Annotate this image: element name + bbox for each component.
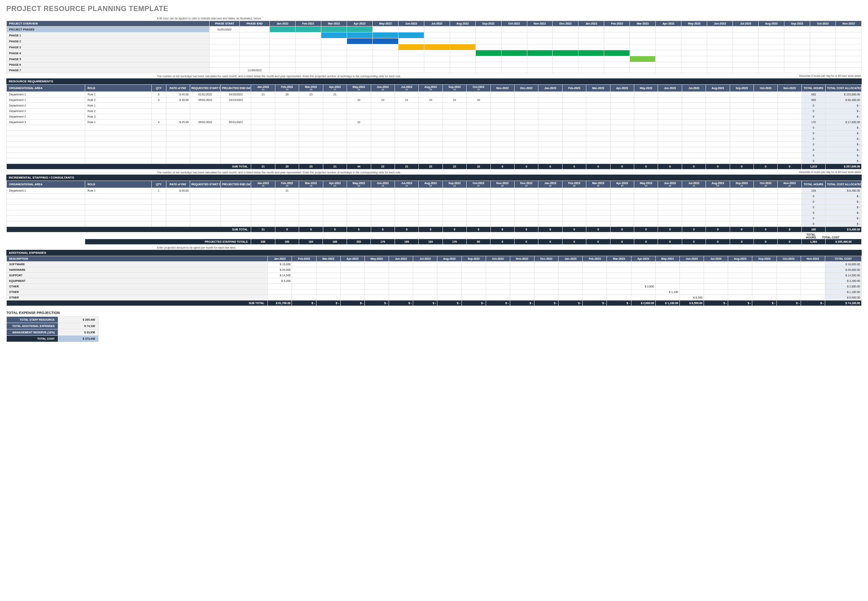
month-cell[interactable] <box>778 103 801 108</box>
expense-month[interactable] <box>704 289 728 295</box>
gantt-cell[interactable] <box>269 44 295 50</box>
gantt-cell[interactable] <box>681 38 707 44</box>
month-cell[interactable] <box>730 108 754 114</box>
month-cell[interactable] <box>371 142 395 147</box>
month-cell[interactable] <box>395 131 418 136</box>
month-cell[interactable] <box>275 194 299 199</box>
month-cell[interactable] <box>682 142 706 147</box>
req-cell[interactable] <box>190 216 221 221</box>
area-cell[interactable]: Department 1 <box>7 92 85 97</box>
gantt-cell[interactable] <box>759 50 784 56</box>
gantt-cell[interactable] <box>269 56 295 62</box>
month-cell[interactable] <box>562 194 586 199</box>
month-cell[interactable] <box>371 125 395 131</box>
month-cell[interactable] <box>538 125 562 131</box>
month-cell[interactable] <box>275 108 299 114</box>
month-cell[interactable] <box>347 142 371 147</box>
month-cell[interactable] <box>299 136 323 142</box>
month-cell[interactable] <box>538 131 562 136</box>
month-cell[interactable] <box>658 188 682 194</box>
gantt-cell[interactable] <box>527 50 553 56</box>
month-cell[interactable] <box>395 92 418 97</box>
month-cell[interactable] <box>562 210 586 216</box>
month-cell[interactable] <box>347 194 371 199</box>
month-cell[interactable] <box>754 158 778 164</box>
month-cell[interactable] <box>251 221 275 227</box>
gantt-cell[interactable] <box>527 44 553 50</box>
area-cell[interactable] <box>7 210 85 216</box>
month-cell[interactable] <box>419 221 443 227</box>
gantt-cell[interactable] <box>398 32 424 38</box>
month-cell[interactable] <box>419 120 443 125</box>
month-cell[interactable] <box>490 125 514 131</box>
gantt-cell[interactable] <box>733 68 759 73</box>
month-cell[interactable] <box>778 153 801 158</box>
month-cell[interactable] <box>419 108 443 114</box>
gantt-cell[interactable] <box>347 27 372 32</box>
month-cell[interactable] <box>754 131 778 136</box>
month-cell[interactable] <box>586 125 610 131</box>
month-cell[interactable] <box>443 131 466 136</box>
role-cell[interactable] <box>85 216 152 221</box>
month-cell[interactable]: 22 <box>347 120 371 125</box>
month-cell[interactable] <box>395 120 418 125</box>
month-cell[interactable] <box>658 216 682 221</box>
month-cell[interactable] <box>682 125 706 131</box>
month-cell[interactable]: 21 <box>275 188 299 194</box>
gantt-cell[interactable] <box>578 62 604 68</box>
end-cell[interactable] <box>221 205 251 210</box>
expense-month[interactable] <box>583 278 607 284</box>
month-cell[interactable] <box>538 136 562 142</box>
month-cell[interactable] <box>419 142 443 147</box>
gantt-cell[interactable] <box>707 32 733 38</box>
gantt-cell[interactable] <box>707 56 733 62</box>
month-cell[interactable] <box>754 136 778 142</box>
month-cell[interactable] <box>586 147 610 153</box>
month-cell[interactable] <box>538 158 562 164</box>
expense-month[interactable] <box>583 273 607 278</box>
expense-month[interactable] <box>486 289 510 295</box>
gantt-cell[interactable] <box>707 44 733 50</box>
month-cell[interactable] <box>754 147 778 153</box>
expense-month[interactable] <box>437 262 462 267</box>
gantt-cell[interactable] <box>424 44 450 50</box>
gantt-cell[interactable] <box>450 32 475 38</box>
month-cell[interactable] <box>490 120 514 125</box>
gantt-cell[interactable] <box>475 38 501 44</box>
gantt-cell[interactable] <box>321 68 347 73</box>
gantt-cell[interactable] <box>553 56 578 62</box>
gantt-cell[interactable] <box>707 50 733 56</box>
month-cell[interactable] <box>299 142 323 147</box>
expense-month[interactable] <box>534 278 559 284</box>
month-cell[interactable] <box>658 147 682 153</box>
role-cell[interactable]: Role 1 <box>85 92 152 97</box>
month-cell[interactable]: 21 <box>323 92 347 97</box>
expense-month[interactable] <box>340 295 364 300</box>
gantt-cell[interactable] <box>501 62 527 68</box>
gantt-cell[interactable] <box>759 56 784 62</box>
gantt-cell[interactable] <box>372 50 398 56</box>
area-cell[interactable] <box>7 136 85 142</box>
month-cell[interactable] <box>323 131 347 136</box>
role-cell[interactable] <box>85 125 152 131</box>
expense-month[interactable] <box>679 262 704 267</box>
req-cell[interactable] <box>190 158 221 164</box>
area-cell[interactable] <box>7 131 85 136</box>
expense-month[interactable] <box>679 289 704 295</box>
gantt-cell[interactable] <box>475 50 501 56</box>
gantt-cell[interactable] <box>578 27 604 32</box>
month-cell[interactable] <box>730 205 754 210</box>
month-cell[interactable] <box>443 221 466 227</box>
month-cell[interactable] <box>778 221 801 227</box>
month-cell[interactable] <box>754 153 778 158</box>
month-cell[interactable] <box>610 158 634 164</box>
expense-month[interactable] <box>631 278 655 284</box>
expense-month[interactable] <box>486 267 510 273</box>
month-cell[interactable] <box>251 125 275 131</box>
month-cell[interactable] <box>730 158 754 164</box>
req-cell[interactable] <box>190 142 221 147</box>
qty-cell[interactable] <box>151 153 166 158</box>
month-cell[interactable] <box>538 153 562 158</box>
req-cell[interactable] <box>190 103 221 108</box>
month-cell[interactable] <box>299 103 323 108</box>
